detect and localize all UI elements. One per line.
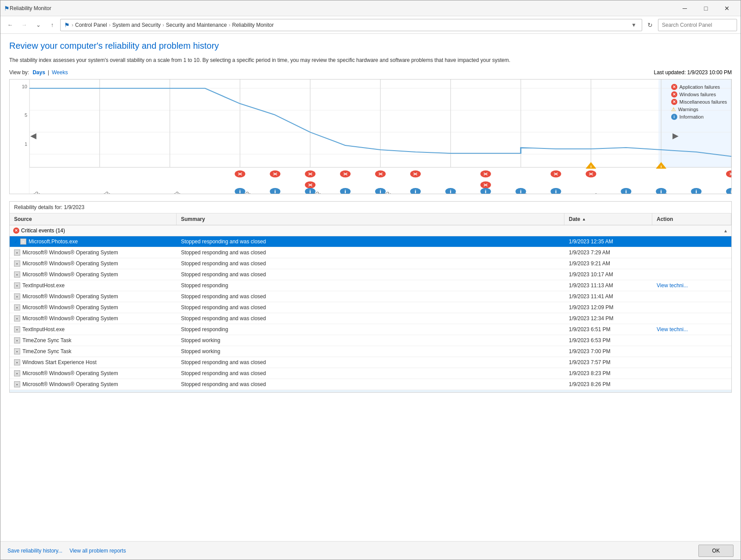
path-flag-icon: ⚑	[64, 22, 70, 29]
table-row[interactable]: ▪Microsoft® Windows® Operating System St…	[10, 269, 731, 280]
table-row[interactable]: ▪TextInputHost.exe Stopped responding 1/…	[10, 280, 731, 291]
cell-source-3: ▪Microsoft® Windows® Operating System	[10, 269, 177, 280]
critical-events-group[interactable]: ✕ Critical events (14) ▲	[10, 225, 731, 236]
app-icon-3: ▪	[14, 271, 20, 278]
main-window: ⚑ Reliability Monitor ─ □ ✕ ← → ⌄ ↑ ⚑ › …	[0, 0, 741, 560]
cell-date-2: 1/9/2023 9:21 AM	[564, 258, 652, 269]
path-dropdown-icon[interactable]: ▼	[629, 22, 638, 28]
cell-date-11: 1/9/2023 7:57 PM	[564, 357, 652, 368]
svg-text:✕: ✕	[553, 172, 559, 177]
th-date[interactable]: Date ▲	[564, 213, 652, 225]
table-row[interactable]: ✓ ▪ Microsoft.Photos.exe Stopped respond…	[10, 236, 731, 247]
y-label-10: 10	[11, 84, 27, 89]
back-button[interactable]: ←	[4, 19, 16, 31]
cell-source-10: ▪TimeZone Sync Task	[10, 346, 177, 357]
view-weeks-link[interactable]: Weeks	[52, 69, 68, 76]
app-icon-8: ▪	[14, 326, 20, 332]
maximize-button[interactable]: □	[696, 2, 716, 15]
chart-y-axis: 10 5 1	[10, 79, 29, 194]
svg-text:i: i	[415, 189, 416, 194]
path-reliability-monitor[interactable]: Reliability Monitor	[232, 22, 274, 28]
bottom-bar: Save reliability history... View all pro…	[0, 541, 741, 560]
cell-action-0	[652, 236, 731, 247]
cell-summary-8: Stopped responding	[177, 324, 564, 335]
legend-misc-failures: ✕ Miscellaneous failures	[671, 99, 727, 105]
svg-text:✕: ✕	[483, 172, 488, 177]
legend-warnings: ⚠ Warnings	[671, 106, 727, 112]
table-row[interactable]: ▪TimeZone Sync Task Stopped working 1/9/…	[10, 346, 731, 357]
view-days-link[interactable]: Days	[33, 69, 45, 76]
ok-button[interactable]: OK	[698, 545, 734, 557]
app-icon-10: ▪	[14, 348, 20, 354]
cell-summary-10: Stopped working	[177, 346, 564, 357]
view-techni-link-4[interactable]: View techni...	[657, 282, 688, 289]
table-row[interactable]: ▪Microsoft® Windows® Operating System St…	[10, 247, 731, 258]
cell-action-3	[652, 269, 731, 280]
path-control-panel[interactable]: Control Panel	[75, 22, 107, 28]
view-reports-link[interactable]: View all problem reports	[69, 548, 126, 554]
cell-action-8[interactable]: View techni...	[652, 324, 731, 335]
close-button[interactable]: ✕	[717, 2, 737, 15]
information-icon: i	[671, 114, 677, 120]
info-events-cell[interactable]: i Informational events (3) ▲	[10, 390, 731, 392]
cell-date-0: 1/9/2023 12:35 AM	[564, 236, 652, 247]
th-action[interactable]: Action	[652, 213, 731, 225]
refresh-button[interactable]: ↻	[644, 19, 656, 31]
search-input[interactable]	[658, 19, 737, 31]
table-row[interactable]: ▪TimeZone Sync Task Stopped working 1/9/…	[10, 335, 731, 346]
cell-summary-6: Stopped responding and was closed	[177, 302, 564, 313]
cell-date-1: 1/9/2023 7:29 AM	[564, 247, 652, 258]
th-summary[interactable]: Summary	[177, 213, 564, 225]
cell-summary-7: Stopped responding and was closed	[177, 313, 564, 324]
svg-text:i: i	[450, 189, 452, 194]
critical-collapse-arrow[interactable]: ▲	[723, 228, 728, 233]
info-events-group[interactable]: i Informational events (3) ▲	[10, 390, 731, 392]
table-row[interactable]: ▪Windows Start Experience Host Stopped r…	[10, 357, 731, 368]
address-path[interactable]: ⚑ › Control Panel › System and Security …	[60, 19, 642, 31]
save-reliability-link[interactable]: Save reliability history...	[7, 548, 62, 554]
cell-source-4: ▪TextInputHost.exe	[10, 280, 177, 291]
recent-button[interactable]: ⌄	[32, 19, 44, 31]
svg-text:i: i	[344, 189, 346, 194]
app-icon-11: ▪	[14, 359, 20, 365]
reliability-details-label: Reliability details for:	[14, 204, 62, 210]
cell-summary-2: Stopped responding and was closed	[177, 258, 564, 269]
minimize-button[interactable]: ─	[675, 2, 695, 15]
chart-nav-right[interactable]: ▶	[672, 131, 679, 141]
app-icon-2: ▪	[14, 260, 20, 267]
legend-warnings-label: Warnings	[678, 107, 698, 112]
cell-date-12: 1/9/2023 8:23 PM	[564, 368, 652, 379]
svg-text:✕: ✕	[272, 172, 278, 177]
chart-area[interactable]: 10 5 1 ◀ ▶	[10, 79, 731, 194]
table-row[interactable]: ▪Microsoft® Windows® Operating System St…	[10, 313, 731, 324]
app-icon-6: ▪	[14, 304, 20, 311]
svg-text:12/25/2022: 12/25/2022	[155, 191, 181, 194]
cell-summary-3: Stopped responding and was closed	[177, 269, 564, 280]
table-row[interactable]: ▪Microsoft® Windows® Operating System St…	[10, 368, 731, 379]
legend-app-failures-label: Application failures	[680, 84, 720, 90]
forward-button[interactable]: →	[18, 19, 30, 31]
window-controls: ─ □ ✕	[675, 2, 737, 15]
reliability-chart[interactable]: ✕ ✕ ✕ ✕ ✕ ✕ ✕ ✕	[29, 79, 731, 194]
y-label-1: 1	[11, 141, 27, 147]
critical-events-cell[interactable]: ✕ Critical events (14) ▲	[10, 225, 731, 236]
th-source[interactable]: Source	[10, 213, 177, 225]
app-icon-13: ▪	[14, 381, 20, 387]
view-techni-link-8[interactable]: View techni...	[657, 326, 688, 332]
table-row[interactable]: ▪Microsoft® Windows® Operating System St…	[10, 302, 731, 313]
cell-action-10	[652, 346, 731, 357]
svg-text:12/23/2022: 12/23/2022	[85, 191, 111, 194]
up-button[interactable]: ↑	[46, 19, 58, 31]
cell-source-1: ▪Microsoft® Windows® Operating System	[10, 247, 177, 258]
chart-main[interactable]: ◀ ▶	[29, 79, 731, 194]
svg-text:✕: ✕	[588, 172, 594, 177]
table-row[interactable]: ▪Microsoft® Windows® Operating System St…	[10, 379, 731, 390]
table-row[interactable]: ▪Microsoft® Windows® Operating System St…	[10, 258, 731, 269]
table-row[interactable]: ▪Microsoft® Windows® Operating System St…	[10, 291, 731, 302]
cell-summary-4: Stopped responding	[177, 280, 564, 291]
path-system-security[interactable]: System and Security	[112, 22, 161, 28]
cell-action-4[interactable]: View techni...	[652, 280, 731, 291]
table-row[interactable]: ▪TextInputHost.exe Stopped responding 1/…	[10, 324, 731, 335]
chart-nav-left[interactable]: ◀	[30, 131, 36, 141]
path-security-maintenance[interactable]: Security and Maintenance	[166, 22, 227, 28]
